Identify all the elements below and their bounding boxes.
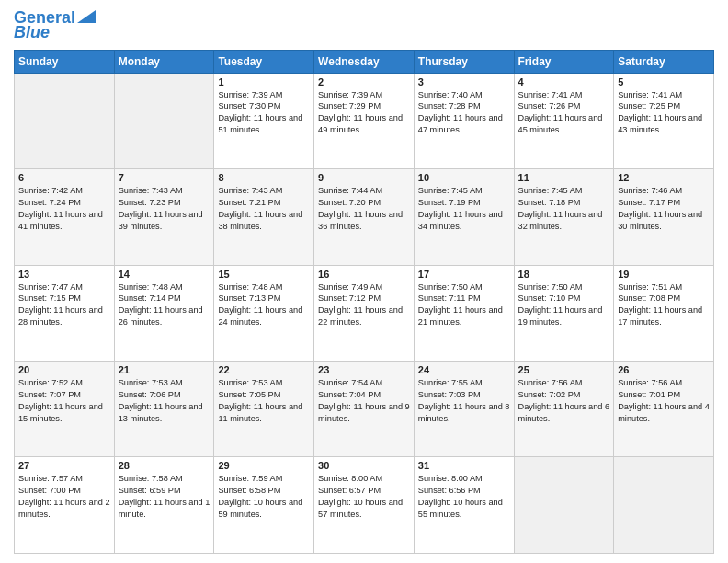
calendar-cell: 3Sunrise: 7:40 AM Sunset: 7:28 PM Daylig…	[414, 73, 514, 168]
calendar-cell	[514, 457, 614, 554]
day-number: 6	[18, 172, 110, 183]
sun-info: Sunrise: 7:53 AM Sunset: 7:05 PM Dayligh…	[218, 377, 310, 425]
sun-info: Sunrise: 7:44 AM Sunset: 7:20 PM Dayligh…	[318, 185, 410, 233]
calendar-cell: 29Sunrise: 7:59 AM Sunset: 6:58 PM Dayli…	[214, 457, 314, 554]
sun-info: Sunrise: 8:00 AM Sunset: 6:56 PM Dayligh…	[418, 473, 510, 521]
calendar-cell: 27Sunrise: 7:57 AM Sunset: 7:00 PM Dayli…	[15, 457, 115, 554]
day-number: 24	[418, 364, 510, 375]
sun-info: Sunrise: 7:49 AM Sunset: 7:12 PM Dayligh…	[318, 282, 410, 329]
day-number: 9	[318, 172, 410, 183]
page: General Blue SundayMondayTuesdayWednesda…	[0, 0, 728, 563]
day-number: 3	[418, 76, 510, 87]
calendar-week-row: 13Sunrise: 7:47 AM Sunset: 7:15 PM Dayli…	[15, 265, 714, 361]
sun-info: Sunrise: 7:45 AM Sunset: 7:18 PM Dayligh…	[518, 185, 610, 233]
calendar-week-row: 27Sunrise: 7:57 AM Sunset: 7:00 PM Dayli…	[15, 457, 714, 554]
calendar-cell	[15, 73, 115, 168]
calendar-cell: 17Sunrise: 7:50 AM Sunset: 7:11 PM Dayli…	[414, 265, 514, 361]
calendar-cell: 5Sunrise: 7:41 AM Sunset: 7:25 PM Daylig…	[614, 73, 714, 168]
sun-info: Sunrise: 7:58 AM Sunset: 6:59 PM Dayligh…	[119, 473, 210, 521]
sun-info: Sunrise: 7:56 AM Sunset: 7:02 PM Dayligh…	[518, 377, 610, 425]
calendar-cell: 21Sunrise: 7:53 AM Sunset: 7:06 PM Dayli…	[114, 362, 214, 457]
weekday-header: Sunday	[15, 50, 115, 73]
sun-info: Sunrise: 7:42 AM Sunset: 7:24 PM Dayligh…	[18, 185, 110, 233]
sun-info: Sunrise: 7:59 AM Sunset: 6:58 PM Dayligh…	[218, 473, 310, 521]
sun-info: Sunrise: 7:41 AM Sunset: 7:26 PM Dayligh…	[518, 89, 610, 137]
day-number: 10	[418, 172, 510, 183]
calendar-cell: 16Sunrise: 7:49 AM Sunset: 7:12 PM Dayli…	[314, 265, 415, 361]
sun-info: Sunrise: 7:48 AM Sunset: 7:14 PM Dayligh…	[119, 282, 210, 329]
day-number: 17	[418, 269, 510, 280]
calendar-cell	[614, 457, 714, 554]
sun-info: Sunrise: 7:50 AM Sunset: 7:11 PM Dayligh…	[418, 282, 510, 329]
calendar-cell: 1Sunrise: 7:39 AM Sunset: 7:30 PM Daylig…	[214, 73, 314, 168]
calendar-cell: 15Sunrise: 7:48 AM Sunset: 7:13 PM Dayli…	[214, 265, 314, 361]
calendar-cell: 4Sunrise: 7:41 AM Sunset: 7:26 PM Daylig…	[514, 73, 614, 168]
sun-info: Sunrise: 7:46 AM Sunset: 7:17 PM Dayligh…	[618, 185, 710, 233]
calendar-header-row: SundayMondayTuesdayWednesdayThursdayFrid…	[15, 50, 714, 73]
day-number: 22	[218, 364, 310, 375]
day-number: 8	[218, 172, 310, 183]
logo-blue: Blue	[14, 24, 50, 42]
day-number: 28	[119, 460, 210, 471]
calendar-cell: 14Sunrise: 7:48 AM Sunset: 7:14 PM Dayli…	[114, 265, 214, 361]
day-number: 20	[18, 364, 110, 375]
header: General Blue	[14, 9, 714, 42]
sun-info: Sunrise: 7:57 AM Sunset: 7:00 PM Dayligh…	[18, 473, 110, 521]
calendar-cell: 6Sunrise: 7:42 AM Sunset: 7:24 PM Daylig…	[15, 169, 115, 265]
calendar-cell: 18Sunrise: 7:50 AM Sunset: 7:10 PM Dayli…	[514, 265, 614, 361]
calendar: SundayMondayTuesdayWednesdayThursdayFrid…	[14, 50, 714, 554]
svg-marker-0	[77, 10, 96, 23]
calendar-cell: 8Sunrise: 7:43 AM Sunset: 7:21 PM Daylig…	[214, 169, 314, 265]
calendar-cell: 20Sunrise: 7:52 AM Sunset: 7:07 PM Dayli…	[15, 362, 115, 457]
day-number: 13	[18, 269, 110, 280]
sun-info: Sunrise: 7:47 AM Sunset: 7:15 PM Dayligh…	[18, 282, 110, 329]
sun-info: Sunrise: 7:41 AM Sunset: 7:25 PM Dayligh…	[618, 89, 710, 137]
sun-info: Sunrise: 7:55 AM Sunset: 7:03 PM Dayligh…	[418, 377, 510, 425]
calendar-cell: 31Sunrise: 8:00 AM Sunset: 6:56 PM Dayli…	[414, 457, 514, 554]
sun-info: Sunrise: 7:56 AM Sunset: 7:01 PM Dayligh…	[618, 377, 710, 425]
logo-icon	[77, 10, 96, 23]
day-number: 31	[418, 460, 510, 471]
logo: General Blue	[14, 9, 96, 42]
day-number: 16	[318, 269, 410, 280]
day-number: 15	[218, 269, 310, 280]
day-number: 7	[119, 172, 210, 183]
calendar-week-row: 20Sunrise: 7:52 AM Sunset: 7:07 PM Dayli…	[15, 362, 714, 457]
calendar-cell: 9Sunrise: 7:44 AM Sunset: 7:20 PM Daylig…	[314, 169, 415, 265]
calendar-cell: 10Sunrise: 7:45 AM Sunset: 7:19 PM Dayli…	[414, 169, 514, 265]
calendar-cell: 11Sunrise: 7:45 AM Sunset: 7:18 PM Dayli…	[514, 169, 614, 265]
weekday-header: Monday	[114, 50, 214, 73]
sun-info: Sunrise: 7:45 AM Sunset: 7:19 PM Dayligh…	[418, 185, 510, 233]
day-number: 11	[518, 172, 610, 183]
calendar-cell: 28Sunrise: 7:58 AM Sunset: 6:59 PM Dayli…	[114, 457, 214, 554]
calendar-cell: 30Sunrise: 8:00 AM Sunset: 6:57 PM Dayli…	[314, 457, 415, 554]
calendar-cell: 7Sunrise: 7:43 AM Sunset: 7:23 PM Daylig…	[114, 169, 214, 265]
weekday-header: Wednesday	[314, 50, 415, 73]
day-number: 26	[618, 364, 710, 375]
day-number: 27	[18, 460, 110, 471]
weekday-header: Friday	[514, 50, 614, 73]
day-number: 30	[318, 460, 410, 471]
calendar-cell: 26Sunrise: 7:56 AM Sunset: 7:01 PM Dayli…	[614, 362, 714, 457]
day-number: 4	[518, 76, 610, 87]
sun-info: Sunrise: 7:39 AM Sunset: 7:29 PM Dayligh…	[318, 89, 410, 137]
sun-info: Sunrise: 7:52 AM Sunset: 7:07 PM Dayligh…	[18, 377, 110, 425]
day-number: 29	[218, 460, 310, 471]
weekday-header: Tuesday	[214, 50, 314, 73]
day-number: 14	[119, 269, 210, 280]
calendar-cell: 13Sunrise: 7:47 AM Sunset: 7:15 PM Dayli…	[15, 265, 115, 361]
sun-info: Sunrise: 7:39 AM Sunset: 7:30 PM Dayligh…	[218, 89, 310, 137]
day-number: 25	[518, 364, 610, 375]
calendar-cell: 2Sunrise: 7:39 AM Sunset: 7:29 PM Daylig…	[314, 73, 415, 168]
sun-info: Sunrise: 7:40 AM Sunset: 7:28 PM Dayligh…	[418, 89, 510, 137]
calendar-week-row: 6Sunrise: 7:42 AM Sunset: 7:24 PM Daylig…	[15, 169, 714, 265]
sun-info: Sunrise: 7:43 AM Sunset: 7:23 PM Dayligh…	[119, 185, 210, 233]
calendar-cell: 19Sunrise: 7:51 AM Sunset: 7:08 PM Dayli…	[614, 265, 714, 361]
sun-info: Sunrise: 8:00 AM Sunset: 6:57 PM Dayligh…	[318, 473, 410, 521]
calendar-cell: 12Sunrise: 7:46 AM Sunset: 7:17 PM Dayli…	[614, 169, 714, 265]
day-number: 21	[119, 364, 210, 375]
sun-info: Sunrise: 7:43 AM Sunset: 7:21 PM Dayligh…	[218, 185, 310, 233]
sun-info: Sunrise: 7:50 AM Sunset: 7:10 PM Dayligh…	[518, 282, 610, 329]
sun-info: Sunrise: 7:51 AM Sunset: 7:08 PM Dayligh…	[618, 282, 710, 329]
sun-info: Sunrise: 7:53 AM Sunset: 7:06 PM Dayligh…	[119, 377, 210, 425]
